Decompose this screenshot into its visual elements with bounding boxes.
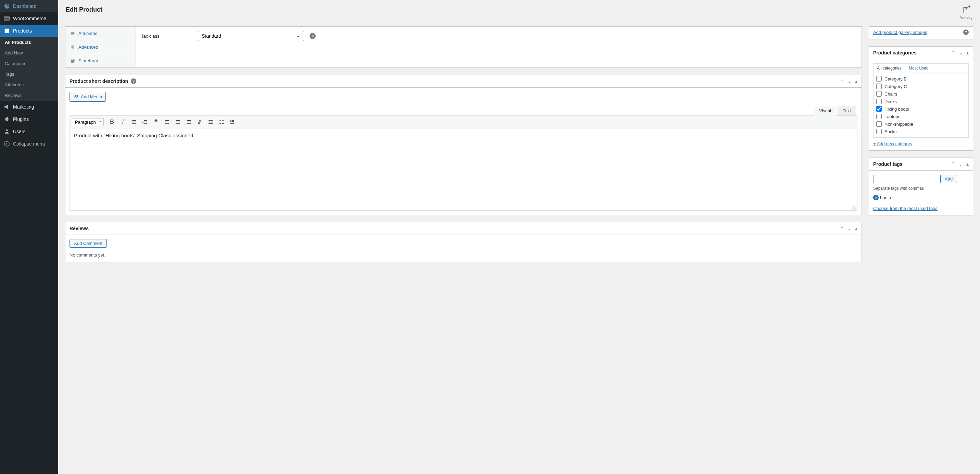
help-icon[interactable]: ? <box>310 33 316 39</box>
category-checkbox[interactable] <box>876 106 882 111</box>
tab-attributes[interactable]: Attributes <box>65 27 135 40</box>
svg-rect-30 <box>188 122 191 122</box>
svg-rect-25 <box>165 123 169 124</box>
numbered-list-icon[interactable]: 123 <box>140 117 150 127</box>
add-media-button[interactable]: Add Media <box>70 92 106 102</box>
move-up-icon[interactable]: ⌃ <box>951 161 955 167</box>
tag-input[interactable] <box>873 175 938 183</box>
sidebar-item-users[interactable]: Users <box>0 126 58 138</box>
sidebar-item-label: Users <box>13 129 26 134</box>
category-checkbox[interactable] <box>876 129 882 134</box>
submenu-reviews[interactable]: Reviews <box>0 90 58 101</box>
cat-tab-most-used[interactable]: Most Used <box>905 64 932 73</box>
submenu-add-new[interactable]: Add New <box>0 48 58 58</box>
submenu-attributes[interactable]: Attributes <box>0 80 58 90</box>
add-gallery-link[interactable]: Add product gallery images <box>873 30 927 35</box>
move-up-icon[interactable]: ⌃ <box>840 78 844 84</box>
svg-rect-35 <box>231 120 231 121</box>
category-checkbox[interactable] <box>876 91 882 97</box>
svg-text:Woo: Woo <box>5 17 10 20</box>
link-icon[interactable] <box>195 117 204 127</box>
align-left-icon[interactable] <box>162 117 172 127</box>
category-row[interactable]: Non-shippable <box>876 120 966 128</box>
products-icon <box>3 27 10 34</box>
fullscreen-icon[interactable] <box>217 117 226 127</box>
bold-icon[interactable]: B <box>107 117 117 127</box>
submenu-all-products[interactable]: All Products <box>0 37 58 48</box>
reviews-title: Reviews <box>70 226 89 231</box>
sidebar-item-plugins[interactable]: Plugins <box>0 113 58 126</box>
svg-rect-41 <box>231 122 234 124</box>
add-category-link[interactable]: + Add new category <box>873 141 913 146</box>
category-list[interactable]: Category B Category C Chairs Desks Hikin… <box>873 73 969 138</box>
move-up-icon[interactable]: ⌃ <box>840 226 844 231</box>
bullet-list-icon[interactable] <box>129 117 139 127</box>
sidebar-item-woocommerce[interactable]: Woo WooCommerce <box>0 12 58 25</box>
reviews-empty: No comments yet. <box>70 253 858 258</box>
tab-advanced[interactable]: Advanced <box>65 40 135 54</box>
svg-point-13 <box>132 123 133 124</box>
category-row[interactable]: Category B <box>876 75 966 83</box>
sidebar-item-label: Marketing <box>13 104 34 110</box>
tab-storefront[interactable]: Storefront <box>65 54 135 67</box>
toggle-icon[interactable]: ▴ <box>966 50 969 56</box>
category-checkbox[interactable] <box>876 84 882 89</box>
flag-icon <box>962 6 970 16</box>
sidebar-item-collapse[interactable]: Collapse menu <box>0 138 58 150</box>
svg-rect-32 <box>208 120 213 121</box>
move-down-icon[interactable]: ⌄ <box>848 78 851 84</box>
category-checkbox[interactable] <box>876 99 882 104</box>
panel-title-text: Product short description <box>70 78 128 84</box>
category-checkbox[interactable] <box>876 121 882 127</box>
toggle-icon[interactable]: ▴ <box>966 161 969 167</box>
activity-label: Activity <box>959 16 972 20</box>
add-comment-button[interactable]: Add Comment <box>70 239 107 248</box>
svg-rect-38 <box>231 121 231 122</box>
tag-remove-icon[interactable]: ✕ <box>873 195 879 200</box>
editor-tab-visual[interactable]: Visual <box>814 106 836 116</box>
move-up-icon[interactable]: ⌃ <box>951 50 955 56</box>
category-row[interactable]: Chairs <box>876 90 966 98</box>
align-right-icon[interactable] <box>184 117 194 127</box>
toggle-icon[interactable]: ▴ <box>855 78 858 84</box>
insert-more-icon[interactable] <box>206 117 215 127</box>
category-checkbox[interactable] <box>876 76 882 81</box>
tax-class-select[interactable]: Standard <box>198 31 304 41</box>
svg-rect-15 <box>133 122 136 122</box>
toolbar-toggle-icon[interactable] <box>228 117 237 127</box>
align-center-icon[interactable] <box>173 117 183 127</box>
activity-button[interactable]: Activity <box>959 6 972 20</box>
blockquote-icon[interactable]: ❝ <box>151 117 161 127</box>
sidebar-item-dashboard[interactable]: Dashboard <box>0 0 58 12</box>
italic-icon[interactable]: I <box>118 117 128 127</box>
submenu-tags[interactable]: Tags <box>0 69 58 80</box>
help-icon[interactable]: ? <box>963 29 969 35</box>
sidebar-item-label: Collapse menu <box>13 141 45 146</box>
svg-rect-36 <box>232 120 233 121</box>
category-row[interactable]: Category C <box>876 83 966 90</box>
move-down-icon[interactable]: ⌄ <box>848 226 851 231</box>
editor-content[interactable]: Product with "Hiking boots" Shipping Cla… <box>70 129 858 211</box>
move-down-icon[interactable]: ⌄ <box>959 161 963 167</box>
toggle-icon[interactable]: ▴ <box>855 226 858 231</box>
resize-handle[interactable] <box>852 205 856 210</box>
category-row[interactable]: Laptops <box>876 113 966 120</box>
editor-tab-text[interactable]: Text <box>838 106 856 115</box>
category-checkbox[interactable] <box>876 114 882 119</box>
sidebar-item-label: Plugins <box>13 116 29 122</box>
category-row[interactable]: Hiking boots <box>876 105 966 113</box>
choose-tags-link[interactable]: Choose from the most used tags <box>873 206 937 211</box>
sidebar-item-marketing[interactable]: Marketing <box>0 101 58 113</box>
help-icon[interactable]: ? <box>131 78 136 84</box>
cat-tab-all[interactable]: All categories <box>873 64 905 73</box>
svg-rect-24 <box>165 122 167 122</box>
category-row[interactable]: Socks <box>876 128 966 135</box>
submenu-categories[interactable]: Categories <box>0 58 58 69</box>
move-down-icon[interactable]: ⌄ <box>959 50 963 56</box>
tag-add-button[interactable]: Add <box>940 175 957 183</box>
svg-rect-27 <box>177 122 179 122</box>
format-select[interactable]: Paragraph <box>72 118 104 126</box>
sidebar-item-products[interactable]: Products <box>0 25 58 37</box>
admin-sidebar: Dashboard Woo WooCommerce Products All P… <box>0 0 58 474</box>
category-row[interactable]: Desks <box>876 98 966 105</box>
